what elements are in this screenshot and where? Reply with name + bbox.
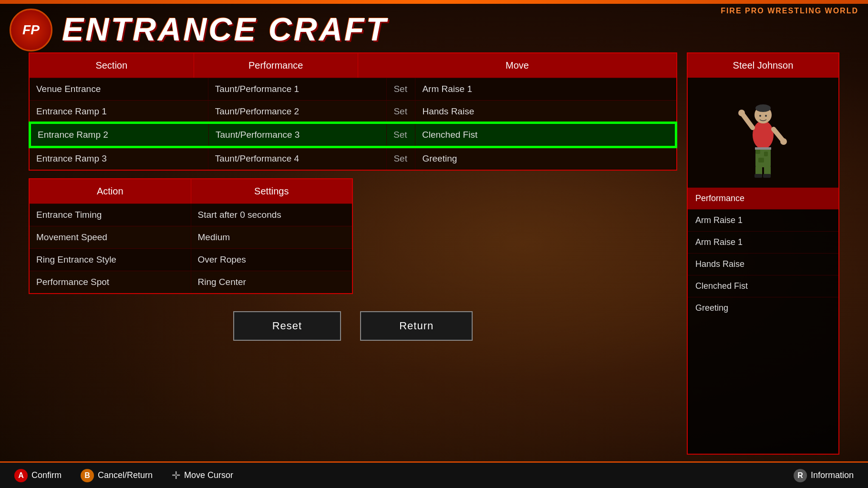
performance-cell: Taunt/Performance 3 — [209, 124, 387, 146]
svg-point-4 — [738, 110, 745, 116]
table-row[interactable]: Entrance Ramp 3 Taunt/Performance 4 Set … — [30, 147, 676, 170]
move-cell: Hands Raise — [415, 101, 676, 122]
svg-point-0 — [753, 121, 774, 149]
settings-row[interactable]: Ring Entrance Style Over Ropes — [30, 248, 352, 271]
setting-cell: Start after 0 seconds — [191, 204, 352, 226]
settings-col-action: Action — [30, 179, 191, 203]
action-cell: Ring Entrance Style — [30, 249, 191, 271]
performance-cell: Taunt/Performance 2 — [208, 101, 387, 122]
svg-rect-10 — [758, 158, 764, 163]
left-panel: Section Performance Move Venue Entrance … — [29, 52, 677, 455]
game-title: FIRE PRO WRESTLING WORLD — [721, 7, 858, 15]
character-sprite — [734, 87, 792, 178]
svg-line-5 — [774, 129, 782, 140]
table-row[interactable]: Entrance Ramp 1 Taunt/Performance 2 Set … — [30, 100, 676, 122]
move-cell: Clenched Fist — [415, 124, 675, 146]
right-panel-list-item: Clenched Fist — [688, 275, 838, 297]
r-button-icon: R — [794, 469, 807, 482]
right-panel-title: Steel Johnson — [688, 53, 838, 78]
settings-table-header: Action Settings — [30, 179, 352, 203]
svg-point-17 — [765, 115, 767, 117]
set-cell: Set — [387, 78, 415, 100]
right-panel: Steel Johnson — [687, 52, 839, 455]
dpad-icon: ✛ — [172, 469, 180, 482]
col-header-move: Move — [358, 53, 676, 78]
hint-move: ✛ Move Cursor — [172, 469, 233, 482]
section-cell: Entrance Ramp 1 — [30, 101, 208, 122]
character-display — [688, 78, 838, 187]
svg-point-16 — [759, 115, 761, 117]
svg-rect-15 — [755, 147, 771, 150]
settings-row[interactable]: Performance Spot Ring Center — [30, 271, 352, 293]
page-title: ENTRANCE CRAFT — [62, 10, 388, 48]
col-header-performance: Performance — [194, 53, 359, 78]
svg-rect-13 — [754, 174, 762, 178]
section-cell: Entrance Ramp 3 — [30, 148, 208, 170]
svg-point-6 — [780, 138, 787, 145]
move-cell: Arm Raise 1 — [415, 78, 676, 100]
settings-row[interactable]: Entrance Timing Start after 0 seconds — [30, 203, 352, 226]
bottom-bar: A Confirm B Cancel/Return ✛ Move Cursor … — [0, 461, 868, 488]
hint-info-label: Information — [811, 470, 854, 480]
return-button[interactable]: Return — [360, 311, 473, 341]
settings-col-settings: Settings — [191, 179, 352, 203]
move-cell: Greeting — [415, 148, 676, 170]
table-row-selected[interactable]: Entrance Ramp 2 Taunt/Performance 3 Set … — [30, 122, 676, 147]
hint-cancel-label: Cancel/Return — [98, 470, 153, 480]
buttons-row: Reset Return — [29, 311, 677, 341]
set-cell: Set — [387, 148, 415, 170]
hint-cancel: B Cancel/Return — [81, 469, 153, 482]
action-cell: Movement Speed — [30, 226, 191, 248]
setting-cell: Over Ropes — [191, 249, 352, 271]
main-content: Section Performance Move Venue Entrance … — [29, 52, 839, 455]
a-button-icon: A — [14, 469, 28, 482]
table-row[interactable]: Venue Entrance Taunt/Performance 1 Set A… — [30, 78, 676, 100]
col-header-section: Section — [30, 53, 194, 78]
reset-button[interactable]: Reset — [233, 311, 341, 341]
performance-cell: Taunt/Performance 4 — [208, 148, 387, 170]
right-panel-list-item: Arm Raise 1 — [688, 231, 838, 253]
hint-confirm-label: Confirm — [31, 470, 62, 480]
section-cell: Entrance Ramp 2 — [31, 124, 209, 146]
logo-area: FP — [10, 9, 52, 51]
svg-line-3 — [743, 115, 753, 128]
main-table: Section Performance Move Venue Entrance … — [29, 52, 677, 171]
hint-info: R Information — [794, 469, 854, 482]
right-panel-list-item: Arm Raise 1 — [688, 209, 838, 231]
top-bar — [0, 0, 868, 4]
main-table-header: Section Performance Move — [30, 53, 676, 78]
svg-rect-9 — [764, 152, 768, 156]
action-cell: Performance Spot — [30, 271, 191, 293]
setting-cell: Ring Center — [191, 271, 352, 293]
hint-confirm: A Confirm — [14, 469, 62, 482]
settings-row[interactable]: Movement Speed Medium — [30, 226, 352, 248]
section-cell: Venue Entrance — [30, 78, 208, 100]
action-cell: Entrance Timing — [30, 204, 191, 226]
set-cell: Set — [387, 124, 415, 146]
performance-cell: Taunt/Performance 1 — [208, 78, 387, 100]
settings-table: Action Settings Entrance Timing Start af… — [29, 178, 353, 294]
right-panel-list-item: Greeting — [688, 297, 838, 319]
right-panel-list-item: Hands Raise — [688, 253, 838, 275]
setting-cell: Medium — [191, 226, 352, 248]
set-cell: Set — [387, 101, 415, 122]
hint-move-label: Move Cursor — [184, 470, 233, 480]
b-button-icon: B — [81, 469, 94, 482]
right-panel-section-label: Performance — [688, 187, 838, 209]
fp-logo: FP — [10, 9, 52, 51]
svg-point-2 — [755, 104, 771, 112]
svg-rect-14 — [763, 174, 771, 178]
